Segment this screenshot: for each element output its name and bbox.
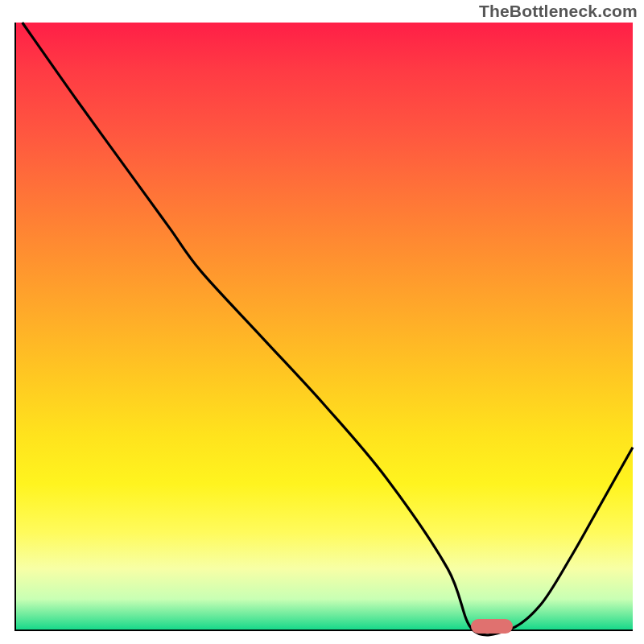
chart-curve (16, 23, 633, 630)
attribution-text: TheBottleneck.com (479, 2, 638, 21)
chart-plot-area (14, 23, 633, 631)
chart-optimal-marker (471, 619, 513, 634)
chart-curve-path (23, 23, 633, 635)
